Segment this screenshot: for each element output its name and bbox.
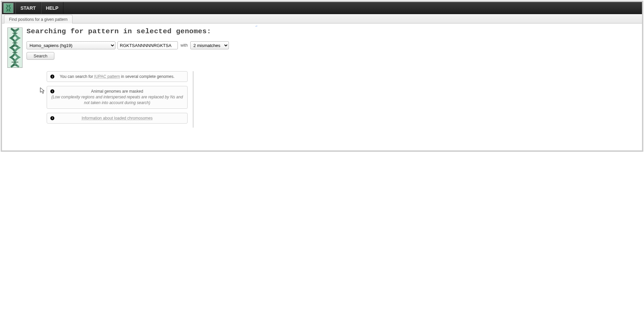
- page-title: Searching for pattern in selected genome…: [27, 28, 637, 35]
- info-text-post: in several complete genomes.: [120, 74, 175, 79]
- dna-logo-icon: [4, 4, 12, 12]
- app-logo: [3, 3, 13, 13]
- menu-start[interactable]: START: [15, 2, 41, 14]
- info-card-iupac: i You can search for IUPAC pattern in se…: [47, 71, 188, 82]
- info-icon: i: [50, 75, 54, 79]
- info-section: i You can search for IUPAC pattern in se…: [47, 71, 637, 128]
- mismatch-select[interactable]: 2 mismatches: [190, 41, 229, 49]
- tab-find-positions[interactable]: Find positions for a given pattern: [4, 15, 72, 24]
- info-cards: i You can search for IUPAC pattern in se…: [47, 71, 188, 128]
- dna-side-image: [7, 28, 22, 68]
- menu-help[interactable]: HELP: [41, 2, 63, 14]
- marker-icon: ⌐: [256, 24, 258, 28]
- genome-select[interactable]: Homo_sapiens (hg19): [27, 41, 115, 49]
- info-card-chromosomes: i Information about loaded chromosomes: [47, 113, 188, 124]
- search-form-row: Homo_sapiens (hg19) with 2 mismatches: [27, 41, 637, 49]
- vertical-divider: [193, 71, 193, 128]
- iupac-pattern-link[interactable]: IUPAC pattern: [94, 74, 120, 79]
- chromosomes-info-link[interactable]: Information about loaded chromosomes: [82, 116, 152, 121]
- main-column: Searching for pattern in selected genome…: [27, 28, 637, 128]
- search-button[interactable]: Search: [27, 52, 54, 60]
- info-text-pre: You can search for: [60, 74, 94, 79]
- top-menu-bar: START HELP: [2, 2, 642, 14]
- info-icon: i: [50, 89, 54, 93]
- with-label: with: [181, 43, 188, 48]
- pattern-input[interactable]: [117, 41, 178, 49]
- content-area: Searching for pattern in selected genome…: [2, 24, 642, 138]
- app-container: START HELP Find positions for a given pa…: [1, 1, 643, 152]
- info-icon: i: [50, 116, 54, 120]
- info-masked-title: Animal genomes are masked: [91, 89, 143, 94]
- tab-bar: Find positions for a given pattern: [2, 14, 642, 24]
- info-card-masked: i Animal genomes are masked (Low complex…: [47, 86, 188, 109]
- info-masked-note: (Low complexity regions and interspersed…: [50, 94, 184, 106]
